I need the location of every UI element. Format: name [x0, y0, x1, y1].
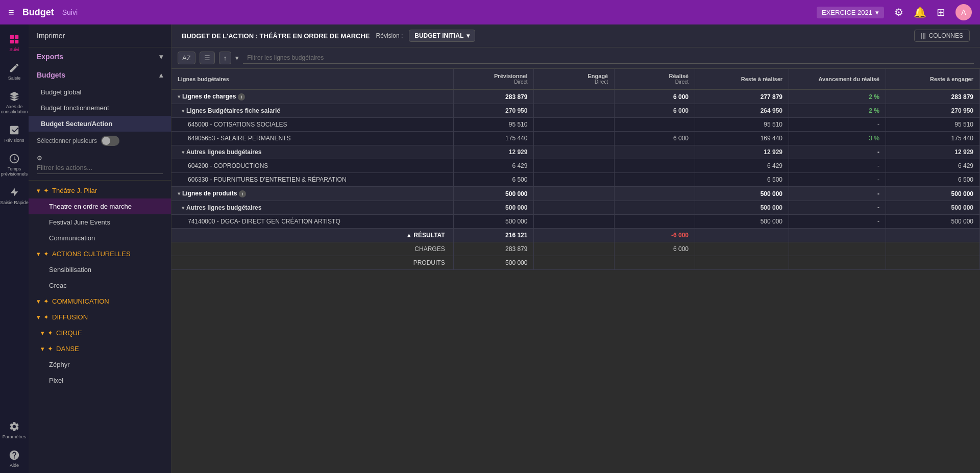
nav-saisie-rapide[interactable]: Saisie Rapide [0, 182, 29, 210]
nav-parametres[interactable]: Paramètres [0, 416, 29, 444]
budget-line-filter[interactable] [243, 52, 974, 64]
nav-axes[interactable]: Axes de consolidation [0, 86, 29, 119]
cell-label: ▾Lignes de produitsi [172, 187, 453, 201]
cell-realise [615, 173, 695, 187]
info-icon[interactable]: i [238, 93, 245, 101]
sort-az-button[interactable]: AZ [178, 52, 195, 64]
tree-group-communication[interactable]: ▾ ✦ COMMUNICATION [29, 293, 171, 309]
topbar: ≡ Budget Suivi EXERCICE 2021 ▾ ⚙ 🔔 ⊞ A [0, 0, 980, 24]
nav-aide[interactable]: Aide [0, 444, 29, 473]
table-row: 645000 - COTISATIONS SOCIALES 95 510 95 … [172, 118, 980, 132]
filter-row: ⚙ [29, 150, 171, 178]
budget-secteur-item[interactable]: Budget Secteur/Action [29, 116, 171, 132]
collapse-icon[interactable]: ▾ [178, 94, 180, 99]
tree-item-theatre-ordre-marche[interactable]: Theatre en ordre de marche [29, 198, 171, 214]
exports-section[interactable]: Exports ▾ [29, 47, 171, 66]
revision-label: Révision : [376, 32, 403, 39]
cell-avancement: - [789, 145, 886, 159]
tree-group-diffusion[interactable]: ▾ ✦ DIFFUSION [29, 309, 171, 325]
info-icon[interactable]: i [239, 190, 246, 197]
table-row[interactable]: ▾Autres lignes budgétaires 12 929 12 929… [172, 145, 980, 159]
budget-global-item[interactable]: Budget global [29, 84, 171, 100]
collapse-icon[interactable]: ▾ [182, 205, 184, 211]
cell-reste: 277 879 [695, 89, 789, 104]
collapse-icon[interactable]: ▾ [182, 108, 184, 114]
cell-engage [534, 187, 615, 201]
cell-avancement: 3 % [789, 132, 886, 145]
tree-group-theatre-pilar[interactable]: ▾ ✦ Théâtre J. Pilar [29, 183, 171, 198]
budgets-section[interactable]: Budgets ▴ [29, 66, 171, 84]
cell-reste: 500 000 [695, 187, 789, 201]
budget-fonctionnement-item[interactable]: Budget fonctionnement [29, 100, 171, 116]
produits-row: PRODUITS 500 000 [172, 256, 980, 270]
nav-temps[interactable]: Temps prévisionnels [0, 148, 29, 182]
nav-revisions[interactable]: Révisions [0, 119, 29, 148]
hamburger-icon[interactable]: ≡ [8, 7, 14, 18]
tree-item-communication-theatre[interactable]: Communication [29, 230, 171, 246]
cell-engage [534, 159, 615, 173]
tree-group-danse[interactable]: ▾ ✦ DANSE [29, 341, 171, 357]
th-lignes-budgetaires: Lignes budgétaires [172, 69, 453, 89]
tree-group-cirque[interactable]: ▾ ✦ CIRQUE [29, 325, 171, 341]
cell-reste: 12 929 [695, 145, 789, 159]
cell-engage [534, 104, 615, 118]
table-row[interactable]: ▾Lignes de chargesi 283 879 6 000 277 87… [172, 89, 980, 104]
selectionner-toggle[interactable] [101, 136, 119, 146]
tree-group-actions-culturelles[interactable]: ▾ ✦ ACTIONS CULTURELLES [29, 246, 171, 262]
cell-previsionnel: 500 000 [453, 215, 534, 229]
revision-selector[interactable]: BUDGET INITIAL ▾ [409, 30, 475, 42]
result-engage [534, 229, 615, 242]
cell-engage [534, 145, 615, 159]
colonnes-button[interactable]: ||| COLONNES [914, 30, 970, 42]
list-view-button[interactable]: ☰ [200, 52, 215, 64]
svg-rect-3 [15, 40, 18, 43]
cell-engage [534, 132, 615, 145]
bell-icon[interactable]: 🔔 [914, 6, 926, 18]
cell-label: 645000 - COTISATIONS SOCIALES [172, 118, 453, 132]
cell-reste-engager: 500 000 [886, 201, 979, 215]
settings-icon[interactable]: ⚙ [894, 6, 903, 18]
avatar[interactable]: A [955, 4, 972, 20]
cell-realise [615, 145, 695, 159]
print-button[interactable]: Imprimer [29, 24, 171, 47]
collapse-icon[interactable]: ▾ [182, 150, 184, 155]
cell-realise [615, 201, 695, 215]
nav-suivi[interactable]: Suivi [0, 29, 29, 57]
sort-up-button[interactable]: ↑ [219, 52, 232, 64]
table-row[interactable]: ▾Lignes Budgétaires fiche salarié 270 95… [172, 104, 980, 118]
tree-item-sensibilisation[interactable]: Sensibilisation [29, 262, 171, 278]
row-label: Lignes Budgétaires fiche salarié [186, 107, 280, 114]
tree-item-creac[interactable]: Creac [29, 278, 171, 293]
cell-engage [534, 201, 615, 215]
action-title: BUDGET DE L'ACTION : THÉÂTRE EN ORDRE DE… [182, 32, 370, 40]
apps-icon[interactable]: ⊞ [937, 6, 945, 18]
cell-label: 606330 - FOURNITURES D'ENTRETIEN & RÉPAR… [172, 173, 453, 187]
collapse-icon[interactable]: ▾ [178, 191, 180, 196]
result-realise: -6 000 [615, 229, 695, 242]
cell-reste: 95 510 [695, 118, 789, 132]
result-row: ▴RÉSULTAT 216 121 -6 000 [172, 229, 980, 242]
nav-saisie[interactable]: Saisie [0, 57, 29, 86]
cell-label: ▾Lignes Budgétaires fiche salarié [172, 104, 453, 118]
charges-realise: 6 000 [615, 242, 695, 256]
cell-label: ▾Autres lignes budgétaires [172, 201, 453, 215]
table-row: 64905653 - SALAIRE PERMANENTS 175 440 6 … [172, 132, 980, 145]
cell-previsionnel: 500 000 [453, 201, 534, 215]
exercice-selector[interactable]: EXERCICE 2021 ▾ [817, 7, 884, 18]
cell-reste: 169 440 [695, 132, 789, 145]
row-label: 74140000 - DGCA- DIRECT GEN CRÉATION ART… [188, 218, 340, 225]
row-label: Lignes de charges [182, 93, 236, 100]
table-row[interactable]: ▾Lignes de produitsi 500 000 500 000 - 5… [172, 187, 980, 201]
cell-realise: 6 000 [615, 89, 695, 104]
cell-realise [615, 118, 695, 132]
tree-item-festival-june[interactable]: Festival June Events [29, 214, 171, 230]
selectionner-row: Sélectionner plusieurs [29, 132, 171, 150]
cell-previsionnel: 283 879 [453, 89, 534, 104]
tree-item-pixel[interactable]: Pixel [29, 372, 171, 388]
row-label: Autres lignes budgétaires [186, 148, 261, 156]
action-filter-input[interactable] [37, 162, 163, 174]
budget-table: Lignes budgétaires Prévisionnel Direct E… [172, 69, 980, 270]
tree-item-zephyr[interactable]: Zéphyr [29, 357, 171, 372]
exports-collapse-icon: ▾ [159, 53, 163, 61]
table-row[interactable]: ▾Autres lignes budgétaires 500 000 500 0… [172, 201, 980, 215]
